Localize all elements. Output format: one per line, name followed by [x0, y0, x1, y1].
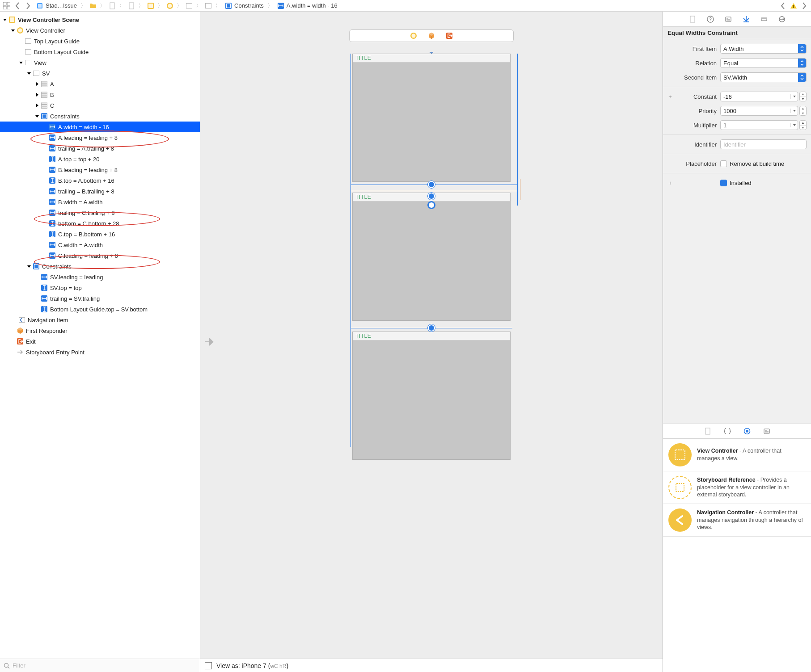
- outline-constraint[interactable]: bottom = C.bottom + 28: [0, 218, 200, 229]
- second-item-select[interactable]: SV.Width: [720, 72, 807, 82]
- connections-inspector-tab-icon[interactable]: [777, 14, 787, 24]
- add-variation-icon[interactable]: +: [667, 180, 673, 186]
- folder-icon[interactable]: [89, 2, 97, 10]
- outline-exit[interactable]: Exit: [0, 336, 200, 347]
- first-responder-dock-icon[interactable]: [428, 32, 435, 39]
- canvas-view-b[interactable]: TITLE: [352, 193, 511, 321]
- crumb-constraints[interactable]: Constraints: [224, 2, 265, 10]
- priority-field[interactable]: 1000: [720, 106, 798, 116]
- constraint-indicator-icon[interactable]: [428, 181, 435, 188]
- canvas-view-c[interactable]: TITLE: [352, 332, 511, 460]
- nav-back-icon[interactable]: [13, 2, 21, 10]
- caret-down-icon[interactable]: [790, 123, 798, 127]
- constant-field[interactable]: -16: [720, 92, 798, 101]
- jump-bar[interactable]: Stac…Issue 〉 〉 〉 〉 〉 〉 〉 〉 Constraints 〉…: [0, 0, 811, 12]
- attributes-inspector-tab-icon[interactable]: [741, 14, 751, 24]
- code-snippets-tab-icon[interactable]: [722, 426, 732, 436]
- view-icon[interactable]: [185, 2, 193, 10]
- outline-constraint-b-width[interactable]: B.width = A.width: [0, 197, 200, 207]
- caret-down-icon[interactable]: [790, 109, 798, 113]
- issues-warning-icon[interactable]: [790, 2, 798, 10]
- history-forward-icon[interactable]: [800, 2, 808, 10]
- outline-first-responder[interactable]: First Responder: [0, 325, 200, 336]
- outline-constraint[interactable]: B.leading = leading + 8: [0, 164, 200, 175]
- crumb-project[interactable]: Stac…Issue: [35, 2, 78, 10]
- vc-icon[interactable]: [166, 2, 174, 10]
- interface-builder-canvas[interactable]: TITLE TITLE: [200, 12, 663, 672]
- outline-constraint[interactable]: SV.top = top: [0, 282, 200, 293]
- outline-navigation-item[interactable]: Navigation Item: [0, 315, 200, 325]
- outline-sv[interactable]: SV: [0, 68, 200, 79]
- quick-help-tab-icon[interactable]: [705, 14, 715, 24]
- outline-viewcontroller[interactable]: View Controller: [0, 25, 200, 36]
- inspector-tabs[interactable]: [663, 12, 811, 27]
- constraint-indicator-icon[interactable]: [428, 202, 435, 209]
- outline-constraint[interactable]: trailing = SV.trailing: [0, 293, 200, 304]
- page-icon[interactable]: [127, 2, 135, 10]
- outline-constraint[interactable]: SV.leading = leading: [0, 272, 200, 282]
- outline-a[interactable]: A: [0, 79, 200, 89]
- outline-view[interactable]: View: [0, 57, 200, 68]
- object-library-list[interactable]: View Controller - A controller that mana…: [663, 439, 811, 672]
- view-icon[interactable]: [204, 2, 212, 10]
- outline-bottom-layout-guide[interactable]: Bottom Layout Guide: [0, 46, 200, 57]
- outline-filter[interactable]: [0, 659, 200, 672]
- file-inspector-tab-icon[interactable]: [688, 14, 697, 24]
- outline-filter-input[interactable]: [13, 662, 196, 669]
- outline-b[interactable]: B: [0, 89, 200, 100]
- outline-constraint[interactable]: A.top = top + 20: [0, 154, 200, 164]
- exit-dock-icon[interactable]: [446, 32, 453, 39]
- view-icon: [24, 59, 32, 67]
- outline-constraint[interactable]: C.top = B.bottom + 16: [0, 229, 200, 239]
- constant-stepper[interactable]: ▲▼: [799, 92, 807, 101]
- relation-select[interactable]: Equal: [720, 58, 807, 68]
- outline-c[interactable]: C: [0, 100, 200, 111]
- multiplier-stepper[interactable]: ▲▼: [799, 120, 807, 130]
- library-tabs[interactable]: [663, 424, 811, 439]
- outline-constraint-c-width[interactable]: C.width = A.width: [0, 239, 200, 250]
- outline-view-constraints-group[interactable]: Constraints: [0, 261, 200, 272]
- canvas-view-a[interactable]: TITLE: [352, 54, 511, 182]
- crumb-selected-constraint[interactable]: A.width = width - 16: [276, 2, 338, 10]
- object-library-tab-icon[interactable]: [742, 426, 752, 436]
- outline-constraint[interactable]: trailing = C.trailing + 8: [0, 207, 200, 218]
- outline-constraint-a-width[interactable]: A.width = width - 16: [0, 122, 200, 132]
- outline-constraint[interactable]: Bottom Layout Guide.top = SV.bottom: [0, 304, 200, 315]
- multiplier-field[interactable]: 1: [720, 120, 798, 130]
- outline-constraint[interactable]: trailing = A.trailing + 8: [0, 143, 200, 154]
- outline-entry-point[interactable]: Storyboard Entry Point: [0, 347, 200, 357]
- vc-dock-icon[interactable]: [410, 32, 417, 39]
- view-as-bar[interactable]: View as: iPhone 7 (wC hR): [200, 659, 663, 672]
- identity-inspector-tab-icon[interactable]: [723, 14, 733, 24]
- size-inspector-tab-icon[interactable]: [759, 14, 769, 24]
- outline-constraint[interactable]: A.leading = leading + 8: [0, 132, 200, 143]
- first-item-select[interactable]: A.Width: [720, 44, 807, 54]
- page-icon[interactable]: [108, 2, 116, 10]
- outline-constraint[interactable]: B.top = A.bottom + 16: [0, 175, 200, 186]
- related-items-icon[interactable]: [3, 2, 11, 10]
- outline-top-layout-guide[interactable]: Top Layout Guide: [0, 36, 200, 46]
- installed-checkbox[interactable]: [720, 180, 727, 186]
- caret-down-icon[interactable]: [790, 94, 798, 99]
- constraint-indicator-icon[interactable]: [428, 324, 435, 332]
- priority-stepper[interactable]: ▲▼: [799, 106, 807, 116]
- library-item-view-controller[interactable]: View Controller - A controller that mana…: [663, 439, 811, 471]
- history-back-icon[interactable]: [779, 2, 787, 10]
- scene-dock[interactable]: [349, 29, 514, 42]
- outline-sv-constraints-group[interactable]: Constraints: [0, 111, 200, 122]
- file-template-tab-icon[interactable]: [703, 426, 713, 436]
- library-item-storyboard-reference[interactable]: Storyboard Reference - Provides a placeh…: [663, 471, 811, 504]
- identifier-input[interactable]: [720, 139, 807, 149]
- nav-forward-icon[interactable]: [24, 2, 32, 10]
- remove-at-build-time-checkbox[interactable]: [720, 160, 727, 167]
- scene-icon[interactable]: [147, 2, 155, 10]
- outline-constraint[interactable]: C.leading = leading + 8: [0, 250, 200, 261]
- document-outline[interactable]: View Controller Scene View Controller To…: [0, 12, 200, 672]
- outline-scene[interactable]: View Controller Scene: [0, 14, 200, 25]
- outline-constraint[interactable]: trailing = B.trailing + 8: [0, 186, 200, 197]
- outline-toggle-icon[interactable]: [205, 662, 212, 669]
- constraint-indicator-icon[interactable]: [428, 193, 435, 200]
- library-item-navigation-controller[interactable]: Navigation Controller - A controller tha…: [663, 504, 811, 537]
- media-library-tab-icon[interactable]: [762, 426, 772, 436]
- add-variation-icon[interactable]: +: [667, 93, 673, 100]
